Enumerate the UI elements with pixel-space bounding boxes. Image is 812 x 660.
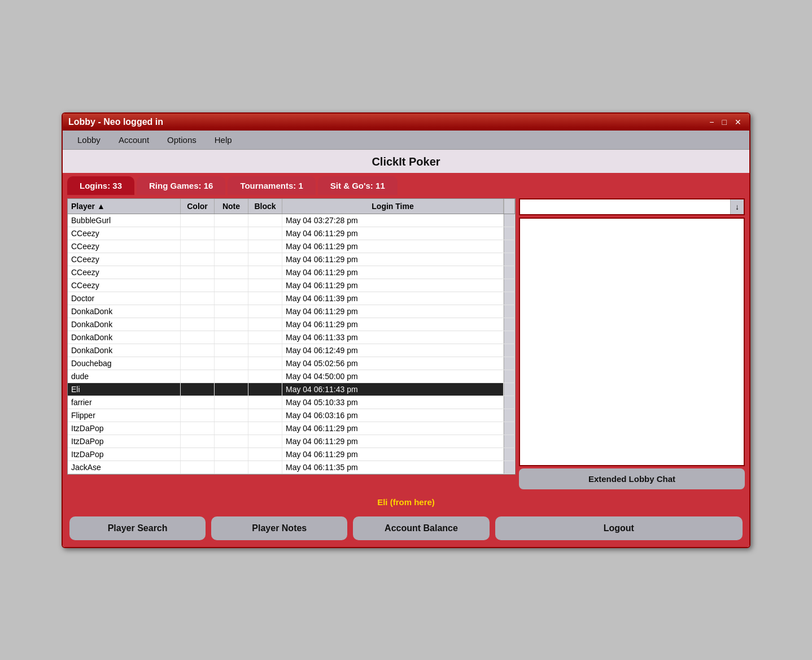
table-row[interactable]: DonkaDonk May 04 06:11:29 pm [68,318,515,331]
player-color [181,240,215,253]
table-row[interactable]: DonkaDonk May 04 06:11:29 pm [68,305,515,318]
tab-ring-games[interactable]: Ring Games: 16 [137,176,225,195]
chat-area [519,218,745,466]
player-login-time: May 04 06:12:49 pm [282,344,504,357]
player-name: CCeezy [68,279,181,292]
player-login-time: May 04 05:10:33 pm [282,396,504,409]
player-color [181,461,215,474]
table-row[interactable]: dude May 04 04:50:00 pm [68,370,515,383]
row-scroll [504,357,515,370]
player-login-time: May 04 06:11:29 pm [282,279,504,292]
table-row[interactable]: DonkaDonk May 04 06:11:33 pm [68,331,515,344]
row-scroll [504,409,515,422]
table-row[interactable]: Douchebag May 04 05:02:56 pm [68,357,515,370]
row-scroll [504,240,515,253]
table-row[interactable]: CCeezy May 04 06:11:29 pm [68,240,515,253]
player-note [215,214,248,227]
player-color [181,292,215,305]
player-login-time: May 04 03:27:28 pm [282,214,504,227]
right-panel: ↓ Extended Lobby Chat [519,198,745,489]
table-row[interactable]: ItzDaPop May 04 06:11:29 pm [68,448,515,461]
tab-tournaments[interactable]: Tournaments: 1 [228,176,315,195]
tab-sit-go[interactable]: Sit & Go's: 11 [318,176,398,195]
player-login-time: May 04 05:02:56 pm [282,357,504,370]
col-note: Note [215,199,248,214]
row-scroll [504,292,515,305]
table-row[interactable]: CCeezy May 04 06:11:29 pm [68,266,515,279]
chat-input[interactable] [520,199,728,214]
menu-options[interactable]: Options [158,133,206,147]
player-name: JackAse [68,461,181,474]
extended-lobby-chat-button[interactable]: Extended Lobby Chat [519,468,745,489]
window-title: Lobby - Neo logged in [68,117,163,127]
table-row[interactable]: CCeezy May 04 06:11:29 pm [68,279,515,292]
player-color [181,344,215,357]
player-name: dude [68,370,181,383]
player-color [181,357,215,370]
player-name: CCeezy [68,227,181,240]
col-scroll [504,199,515,214]
player-block [248,331,282,344]
player-name: CCeezy [68,266,181,279]
player-name: BubbleGurl [68,214,181,227]
player-color [181,448,215,461]
table-row[interactable]: CCeezy May 04 06:11:29 pm [68,227,515,240]
table-row[interactable]: BubbleGurl May 04 03:27:28 pm [68,214,515,227]
player-login-time: May 04 06:11:35 pm [282,461,504,474]
player-note [215,266,248,279]
player-note [215,318,248,331]
menu-help[interactable]: Help [206,133,241,147]
player-search-button[interactable]: Player Search [69,516,206,540]
row-scroll [504,214,515,227]
row-scroll [504,266,515,279]
status-bar: Eli (from here) [63,493,749,512]
player-block [248,396,282,409]
col-player: Player ▲ [68,199,181,214]
table-row[interactable]: ItzDaPop May 04 06:11:29 pm [68,422,515,435]
table-row[interactable]: Flipper May 04 06:03:16 pm [68,409,515,422]
table-row[interactable]: Eli May 04 06:11:43 pm [68,383,515,396]
account-balance-button[interactable]: Account Balance [353,516,489,540]
player-login-time: May 04 06:11:43 pm [282,383,504,396]
player-login-time: May 04 06:11:29 pm [282,318,504,331]
table-row[interactable]: Doctor May 04 06:11:39 pm [68,292,515,305]
player-login-time: May 04 06:11:29 pm [282,266,504,279]
table-row[interactable]: CCeezy May 04 06:11:29 pm [68,253,515,266]
table-body[interactable]: BubbleGurl May 04 03:27:28 pm CCeezy May… [68,214,515,474]
row-scroll [504,448,515,461]
row-scroll [504,396,515,409]
player-name: CCeezy [68,253,181,266]
player-note [215,435,248,448]
player-block [248,318,282,331]
table-header: Player ▲ Color Note Block Login Time [68,199,515,214]
player-block [248,292,282,305]
app-title: ClickIt Poker [63,150,749,173]
tab-logins[interactable]: Logins: 33 [67,176,134,195]
player-color [181,318,215,331]
table-row[interactable]: DonkaDonk May 04 06:12:49 pm [68,344,515,357]
player-name: DonkaDonk [68,331,181,344]
table-row[interactable]: ItzDaPop May 04 06:11:29 pm [68,435,515,448]
player-notes-button[interactable]: Player Notes [211,516,347,540]
close-button[interactable]: ✕ [732,118,744,127]
player-note [215,240,248,253]
menu-account[interactable]: Account [110,133,158,147]
player-login-time: May 04 06:11:29 pm [282,227,504,240]
row-scroll [504,331,515,344]
menu-lobby[interactable]: Lobby [68,133,110,147]
row-scroll [504,318,515,331]
tabs-row: Logins: 33 Ring Games: 16 Tournaments: 1… [63,173,749,195]
minimize-button[interactable]: − [707,118,716,127]
table-row[interactable]: farrier May 04 05:10:33 pm [68,396,515,409]
row-scroll [504,227,515,240]
chat-send-button[interactable]: ↓ [730,199,744,214]
table-row[interactable]: JackAse May 04 06:11:35 pm [68,461,515,474]
maximize-button[interactable]: □ [720,118,729,127]
player-note [215,370,248,383]
col-color: Color [181,199,215,214]
player-note [215,344,248,357]
logout-button[interactable]: Logout [495,516,743,540]
player-name: DonkaDonk [68,318,181,331]
player-block [248,279,282,292]
player-block [248,214,282,227]
